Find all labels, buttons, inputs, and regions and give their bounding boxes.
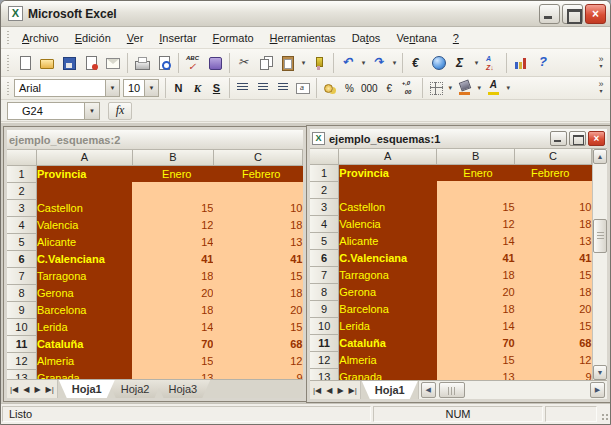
toolbar-grip[interactable] (6, 53, 11, 73)
select-all-corner[interactable] (7, 150, 36, 165)
align-right-button[interactable] (273, 79, 293, 97)
cell-B3[interactable]: 15 (437, 198, 515, 215)
row-header-7[interactable]: 7 (310, 266, 339, 283)
thousands-button[interactable]: 000 (359, 79, 380, 97)
cell-A10[interactable]: Lerida (339, 317, 437, 334)
row-header-10[interactable]: 10 (7, 318, 36, 335)
cell-B1[interactable]: Enero (437, 164, 515, 181)
close-button[interactable]: × (585, 4, 606, 24)
menu-herramientas[interactable]: Herramientas (262, 29, 344, 47)
italic-button[interactable]: K (188, 79, 207, 97)
row-header-2[interactable]: 2 (7, 182, 36, 199)
dropdown-arrow-icon[interactable]: ▾ (475, 84, 484, 92)
open-button[interactable] (36, 52, 58, 74)
cell-A13[interactable]: Granada (36, 369, 132, 379)
row-header-3[interactable]: 3 (7, 199, 36, 216)
name-box-dropdown[interactable]: ▼ (85, 102, 100, 120)
cell-B8[interactable]: 20 (437, 283, 515, 300)
dropdown-arrow-icon[interactable]: ▾ (359, 59, 368, 67)
row-header-5[interactable]: 5 (310, 232, 339, 249)
cell-A1[interactable]: Provincia (339, 164, 437, 181)
vertical-scroll-thumb[interactable] (593, 219, 607, 253)
cut-button[interactable] (233, 52, 255, 74)
resize-grip[interactable] (598, 404, 611, 424)
cell-A3[interactable]: Castellon (339, 198, 437, 215)
cell-A2[interactable] (339, 181, 437, 198)
row-header-9[interactable]: 9 (310, 300, 339, 317)
toolbar-grip[interactable] (6, 80, 11, 96)
format-painter-button[interactable] (308, 52, 330, 74)
select-all-corner[interactable] (310, 149, 339, 164)
cell-B10[interactable]: 14 (437, 317, 515, 334)
font-color-button[interactable] (484, 79, 504, 97)
cell-C13[interactable]: 9 (515, 368, 592, 380)
new-button[interactable] (14, 52, 36, 74)
row-header-11[interactable]: 11 (310, 334, 339, 351)
cell-C11[interactable]: 68 (515, 334, 592, 351)
save-button[interactable] (58, 52, 80, 74)
hyperlink-button[interactable] (428, 52, 450, 74)
cell-B9[interactable]: 18 (437, 300, 515, 317)
menu-?[interactable]: ? (445, 29, 467, 47)
row-header-12[interactable]: 12 (7, 352, 36, 369)
scroll-up-icon[interactable]: ▲ (593, 149, 607, 164)
row-header-8[interactable]: 8 (7, 284, 36, 301)
align-left-button[interactable] (233, 79, 253, 97)
cell-C6[interactable]: 41 (213, 250, 302, 267)
font-name-combo[interactable]: Arial▼ (14, 79, 120, 97)
first-sheet-button[interactable]: |◀ (313, 381, 321, 400)
mail-button[interactable] (102, 52, 124, 74)
cell-A1[interactable]: Provincia (36, 165, 132, 182)
menu-edicin[interactable]: Edición (67, 29, 119, 47)
sort-asc-button[interactable] (481, 52, 503, 74)
cell-C11[interactable]: 68 (213, 335, 302, 352)
cell-B12[interactable]: 15 (132, 352, 213, 369)
row-header-1[interactable]: 1 (7, 165, 36, 182)
column-header-B[interactable]: B (437, 149, 515, 164)
menu-ver[interactable]: Ver (119, 29, 152, 47)
column-header-A[interactable]: A (36, 150, 132, 165)
cell-C9[interactable]: 20 (515, 300, 592, 317)
scroll-left-icon[interactable]: ◀ (421, 382, 436, 398)
cell-A12[interactable]: Almeria (36, 352, 132, 369)
cell-B5[interactable]: 14 (437, 232, 515, 249)
paste-button[interactable] (277, 52, 299, 74)
increase-decimal-button[interactable] (399, 79, 419, 97)
scroll-down-icon[interactable]: ▼ (593, 365, 607, 380)
cell-C2[interactable] (515, 181, 592, 198)
row-header-9[interactable]: 9 (7, 301, 36, 318)
dropdown-arrow-icon[interactable]: ▾ (472, 59, 481, 67)
cell-A7[interactable]: Tarragona (36, 267, 132, 284)
next-sheet-button[interactable]: ▶ (337, 381, 343, 400)
row-header-3[interactable]: 3 (310, 198, 339, 215)
menu-insertar[interactable]: Insertar (151, 29, 204, 47)
cell-C13[interactable]: 9 (213, 369, 302, 379)
first-sheet-button[interactable]: |◀ (10, 380, 18, 399)
cell-C7[interactable]: 15 (213, 267, 302, 284)
row-header-4[interactable]: 4 (310, 215, 339, 232)
help-button[interactable] (532, 52, 554, 74)
cell-B11[interactable]: 70 (132, 335, 213, 352)
cell-A9[interactable]: Barcelona (36, 301, 132, 318)
sheet-tab-hoja2[interactable]: Hoja2 (108, 380, 163, 398)
currency-button[interactable] (320, 79, 340, 97)
cell-A10[interactable]: Lerida (36, 318, 132, 335)
cell-C4[interactable]: 18 (213, 216, 302, 233)
row-header-2[interactable]: 2 (310, 181, 339, 198)
menu-datos[interactable]: Datos (344, 29, 389, 47)
cell-B3[interactable]: 15 (132, 199, 213, 216)
cell-C5[interactable]: 13 (515, 232, 592, 249)
merge-center-button[interactable] (293, 79, 313, 97)
menu-formato[interactable]: Formato (205, 29, 262, 47)
column-header-C[interactable]: C (213, 150, 302, 165)
row-header-8[interactable]: 8 (310, 283, 339, 300)
cell-B4[interactable]: 12 (132, 216, 213, 233)
cell-B9[interactable]: 18 (132, 301, 213, 318)
cell-B13[interactable]: 13 (132, 369, 213, 379)
cell-C4[interactable]: 18 (515, 215, 592, 232)
cell-B7[interactable]: 18 (437, 266, 515, 283)
row-header-13[interactable]: 13 (310, 368, 339, 380)
undo-button[interactable] (337, 52, 359, 74)
cell-B10[interactable]: 14 (132, 318, 213, 335)
cell-A8[interactable]: Gerona (36, 284, 132, 301)
